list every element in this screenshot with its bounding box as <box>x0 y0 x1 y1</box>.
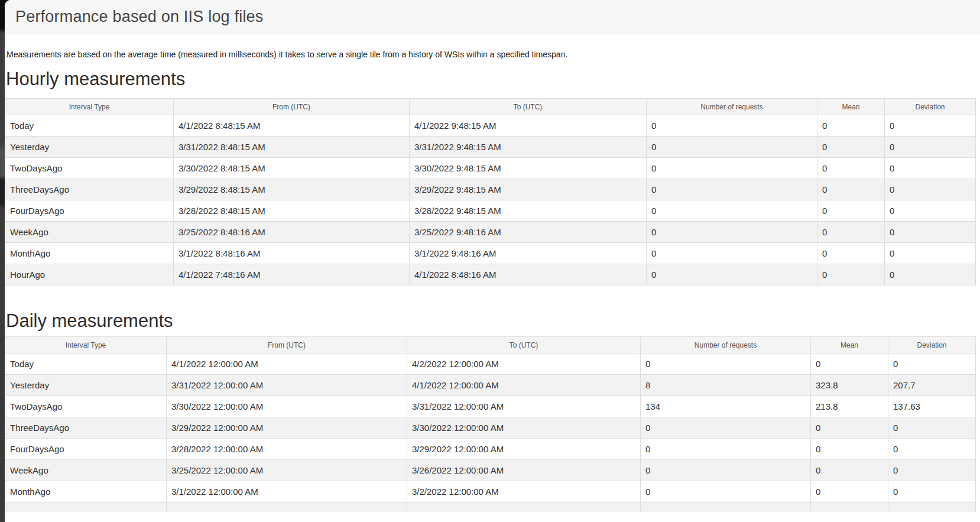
deviation-cell: 0 <box>885 179 976 200</box>
table-row: TwoDaysAgo3/30/2022 8:48:15 AM3/30/2022 … <box>5 158 976 179</box>
table-row: HourAgo4/1/2022 7:48:16 AM4/1/2022 8:48:… <box>5 264 976 286</box>
mean-cell: 0 <box>817 137 885 158</box>
number-of-requests-cell: 0 <box>647 200 817 222</box>
mean-cell: 0 <box>817 200 885 222</box>
partially-visible-row <box>5 502 976 512</box>
mean-cell: 0 <box>817 243 885 264</box>
header-row: Interval TypeFrom (UTC)To (UTC)Number of… <box>5 337 976 354</box>
deviation-cell: 0 <box>888 354 976 375</box>
column-header-mean: Mean <box>817 99 885 115</box>
deviation-cell: 0 <box>885 200 976 222</box>
table-row: Today4/1/2022 8:48:15 AM4/1/2022 9:48:15… <box>5 115 976 137</box>
from-utc-cell: 3/31/2022 8:48:15 AM <box>174 137 410 158</box>
from-utc-cell: 3/25/2022 8:48:16 AM <box>174 222 410 243</box>
number-of-requests-cell: 0 <box>641 354 811 375</box>
interval-type-cell: FourDaysAgo <box>5 200 174 222</box>
page-description: Measurements are based on the average ti… <box>7 48 975 60</box>
to-utc-cell: 3/26/2022 12:00:00 AM <box>407 460 641 481</box>
deviation-cell: 0 <box>885 158 976 179</box>
number-of-requests-cell: 0 <box>641 439 811 460</box>
deviation-cell: 0 <box>888 417 976 439</box>
column-header-mean: Mean <box>811 337 888 354</box>
table-row: Today4/1/2022 12:00:00 AM4/2/2022 12:00:… <box>5 354 976 375</box>
interval-type-cell: MonthAgo <box>5 243 174 264</box>
column-header-interval-type: Interval Type <box>5 99 174 115</box>
mean-cell: 0 <box>811 481 888 502</box>
from-utc-cell: 4/1/2022 8:48:15 AM <box>174 115 410 137</box>
column-header-to-utc: To (UTC) <box>407 337 641 354</box>
table-row: TwoDaysAgo3/30/2022 12:00:00 AM3/31/2022… <box>5 396 976 417</box>
to-utc-cell: 3/30/2022 9:48:15 AM <box>410 158 647 179</box>
from-utc-cell: 3/29/2022 12:00:00 AM <box>167 417 407 439</box>
interval-type-cell: Today <box>5 354 167 375</box>
interval-type-cell: HourAgo <box>5 264 174 286</box>
number-of-requests-cell: 0 <box>641 481 811 502</box>
header-row: Interval TypeFrom (UTC)To (UTC)Number of… <box>5 99 976 115</box>
interval-type-cell: FourDaysAgo <box>5 439 167 460</box>
number-of-requests-cell: 0 <box>641 460 811 481</box>
number-of-requests-cell: 0 <box>647 158 817 179</box>
deviation-cell: 137.63 <box>888 396 976 417</box>
mean-cell: 213.8 <box>811 396 888 417</box>
mean-cell <box>811 502 888 512</box>
deviation-cell: 0 <box>888 439 976 460</box>
mean-cell: 0 <box>811 354 888 375</box>
deviation-cell <box>888 502 976 512</box>
page-title: Performance based on IIS log files <box>5 0 980 34</box>
table-row: ThreeDaysAgo3/29/2022 12:00:00 AM3/30/20… <box>5 417 976 439</box>
deviation-cell: 0 <box>885 243 976 264</box>
app-panel: Performance based on IIS log files Measu… <box>5 0 980 522</box>
number-of-requests-cell: 134 <box>641 396 811 417</box>
column-header-interval-type: Interval Type <box>5 337 167 354</box>
column-header-to-utc: To (UTC) <box>410 99 647 115</box>
mean-cell: 0 <box>811 439 888 460</box>
number-of-requests-cell: 0 <box>641 417 811 439</box>
from-utc-cell: 3/30/2022 8:48:15 AM <box>174 158 410 179</box>
to-utc-cell: 4/2/2022 12:00:00 AM <box>407 354 641 375</box>
to-utc-cell: 3/25/2022 9:48:16 AM <box>410 222 647 243</box>
to-utc-cell: 3/29/2022 12:00:00 AM <box>407 439 641 460</box>
from-utc-cell: 3/1/2022 8:48:16 AM <box>174 243 410 264</box>
column-header-from-utc: From (UTC) <box>167 337 407 354</box>
daily-heading: Daily measurements <box>6 310 975 332</box>
mean-cell: 0 <box>817 264 885 286</box>
interval-type-cell: TwoDaysAgo <box>5 396 167 417</box>
column-header-number-of-requests: Number of requests <box>641 337 811 354</box>
to-utc-cell <box>407 502 641 512</box>
table-row: MonthAgo3/1/2022 12:00:00 AM3/2/2022 12:… <box>5 481 976 502</box>
number-of-requests-cell <box>641 502 811 512</box>
daily-table: Interval TypeFrom (UTC)To (UTC)Number of… <box>5 336 976 512</box>
number-of-requests-cell: 0 <box>647 243 817 264</box>
from-utc-cell <box>167 502 407 512</box>
interval-type-cell: WeekAgo <box>5 460 167 481</box>
deviation-cell: 0 <box>885 137 976 158</box>
interval-type-cell: MonthAgo <box>5 481 167 502</box>
page-header: Performance based on IIS log files <box>5 0 980 34</box>
window-edge-strip <box>0 0 5 522</box>
from-utc-cell: 4/1/2022 12:00:00 AM <box>167 354 407 375</box>
from-utc-cell: 4/1/2022 7:48:16 AM <box>174 264 410 286</box>
deviation-cell: 0 <box>888 481 976 502</box>
table-row: Yesterday3/31/2022 8:48:15 AM3/31/2022 9… <box>5 137 976 158</box>
mean-cell: 0 <box>817 179 885 200</box>
number-of-requests-cell: 0 <box>647 179 817 200</box>
from-utc-cell: 3/28/2022 8:48:15 AM <box>174 200 410 222</box>
interval-type-cell <box>5 502 167 512</box>
deviation-cell: 0 <box>885 115 976 137</box>
number-of-requests-cell: 0 <box>647 264 817 286</box>
to-utc-cell: 4/1/2022 12:00:00 AM <box>407 375 641 396</box>
table-row: Yesterday3/31/2022 12:00:00 AM4/1/2022 1… <box>5 375 976 396</box>
mean-cell: 323.8 <box>811 375 888 396</box>
hourly-table: Interval TypeFrom (UTC)To (UTC)Number of… <box>5 98 976 286</box>
interval-type-cell: WeekAgo <box>5 222 174 243</box>
to-utc-cell: 4/1/2022 8:48:16 AM <box>410 264 647 286</box>
column-header-deviation: Deviation <box>888 337 976 354</box>
interval-type-cell: Yesterday <box>5 375 167 396</box>
interval-type-cell: TwoDaysAgo <box>5 158 174 179</box>
from-utc-cell: 3/30/2022 12:00:00 AM <box>167 396 407 417</box>
table-row: WeekAgo3/25/2022 8:48:16 AM3/25/2022 9:4… <box>5 222 976 243</box>
interval-type-cell: ThreeDaysAgo <box>5 417 167 439</box>
interval-type-cell: ThreeDaysAgo <box>5 179 174 200</box>
number-of-requests-cell: 0 <box>647 222 817 243</box>
number-of-requests-cell: 8 <box>641 375 811 396</box>
